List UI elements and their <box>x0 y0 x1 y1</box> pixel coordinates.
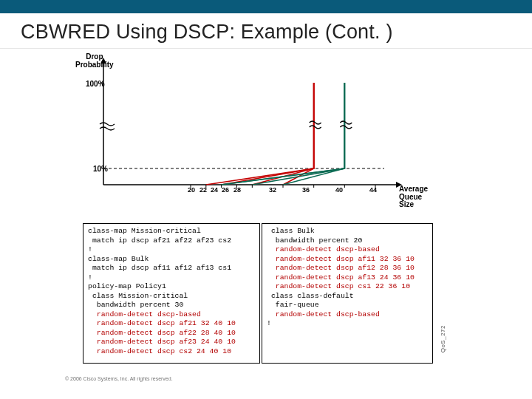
chart-ytick-100: 100% <box>86 80 105 88</box>
chart-plot <box>103 61 451 208</box>
chart-series-line <box>222 83 314 185</box>
slide-body: Drop Probability 100% 10% 20 22 24 26 28… <box>0 49 532 386</box>
copyright-footer: © 2006 Cisco Systems, Inc. All rights re… <box>65 376 173 381</box>
code-text-highlight: random-detect dscp-based random-detect d… <box>267 245 415 290</box>
chart-series-line <box>222 83 345 185</box>
svg-marker-3 <box>396 182 402 188</box>
config-code-right: class Bulk bandwidth percent 20 random-d… <box>262 223 433 364</box>
figure-id: QoS_272 <box>440 325 446 352</box>
code-text: class Bulk bandwidth percent 20 <box>267 227 362 245</box>
top-accent-bar <box>0 0 532 13</box>
code-text: class-map Mission-critical match ip dscp… <box>88 227 231 309</box>
code-text-highlight: random-detect dscp-based <box>267 310 380 318</box>
code-text: class class-default fair-queue <box>267 292 354 310</box>
page-title: CBWRED Using DSCP: Example (Cont. ) <box>21 21 511 44</box>
code-text: ! <box>267 319 271 327</box>
chart-series-line <box>252 83 344 185</box>
title-bar: CBWRED Using DSCP: Example (Cont. ) <box>0 13 532 49</box>
chart-series-line <box>222 83 345 185</box>
config-code-left: class-map Mission-critical match ip dscp… <box>83 223 260 364</box>
chart-series-line <box>206 83 314 185</box>
code-text-highlight: random-detect dscp-based random-detect d… <box>88 310 236 355</box>
